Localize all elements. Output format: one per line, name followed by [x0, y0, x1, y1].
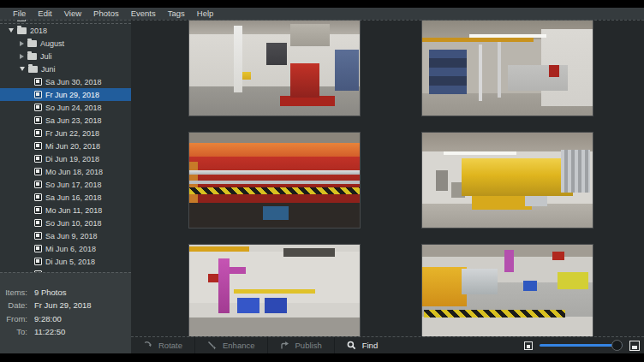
folder-icon [27, 53, 37, 60]
tree-label: Juni [41, 65, 56, 74]
zoom-slider-handle[interactable] [611, 340, 623, 351]
sidebar-item-year-2018[interactable]: 2018 [0, 24, 131, 37]
info-label: Date: [0, 299, 27, 312]
expander-expanded-icon[interactable] [20, 67, 25, 71]
photo-manager-window: File Edit View Photos Events Tags Help A… [0, 0, 644, 362]
sidebar-item-event-jun-19[interactable]: Di Jun 19, 2018 [0, 152, 131, 165]
tree-label: August [40, 39, 64, 48]
tree-label: Mo Jun 18, 2018 [45, 168, 103, 176]
tree-label: So Jun 24, 2018 [45, 104, 102, 112]
zoom-slider[interactable] [540, 344, 623, 347]
sidebar-item-event-jun-22[interactable]: Fr Jun 22, 2018 [0, 127, 131, 139]
info-row-from: From: 9:28:00 [0, 312, 131, 325]
photo-grid [131, 20, 644, 336]
sidebar-item-event-jun-6[interactable]: Mi Jun 6, 2018 [0, 242, 131, 255]
photo-thumbnail[interactable] [189, 133, 360, 228]
tree-label: Fr Jun 22, 2018 [45, 129, 99, 138]
info-label: To: [0, 325, 27, 338]
tree-label: Juli [40, 52, 52, 61]
sidebar-item-event-jun-20[interactable]: Mi Jun 20, 2018 [0, 139, 131, 152]
tree-label: Di Jun 5, 2018 [45, 258, 95, 266]
sidebar-item-month-juli[interactable]: Juli [0, 50, 131, 62]
info-row-to: To: 11:22:50 [0, 325, 131, 338]
sidebar-item-event-jun-30[interactable]: Sa Jun 30, 2018 [0, 75, 131, 88]
tree-label: Mi Jun 6, 2018 [45, 245, 96, 253]
menu-events[interactable]: Events [125, 8, 162, 20]
photo-thumbnail[interactable] [422, 21, 593, 116]
thumbnail-zoom-control [524, 341, 644, 351]
enhance-button[interactable]: Enhance [194, 337, 267, 353]
photo-thumbnail[interactable] [189, 245, 360, 336]
sidebar-item-event-jun-11[interactable]: Mo Jun 11, 2018 [0, 204, 131, 217]
bottom-toolbar: Rotate Enhance Publish Find [131, 336, 644, 353]
event-photo-icon [34, 168, 42, 175]
sidebar-item-month-august[interactable]: August [0, 37, 131, 50]
folder-icon [27, 40, 37, 47]
menu-bar: File Edit View Photos Events Tags Help [0, 8, 644, 20]
tree-label: Di Jun 19, 2018 [45, 155, 99, 163]
event-photo-icon [34, 142, 42, 150]
event-photo-icon [34, 219, 42, 227]
tree-label: Sa Jun 9, 2018 [45, 232, 98, 240]
event-photo-icon [34, 245, 42, 252]
sidebar-item-event-jun-5[interactable]: Di Jun 5, 2018 [0, 255, 131, 268]
find-button[interactable]: Find [334, 337, 390, 353]
sidebar-item-event-jun-17[interactable]: So Jun 17, 2018 [0, 178, 131, 191]
rotate-button[interactable]: Rotate [131, 337, 194, 353]
tree-label: Fr Jun 29, 2018 [45, 91, 99, 99]
event-photo-icon [34, 91, 42, 98]
info-value: 9:28:00 [34, 312, 62, 325]
publish-button[interactable]: Publish [267, 337, 334, 353]
photo-thumbnail[interactable] [422, 133, 593, 228]
menu-file[interactable]: File [7, 8, 32, 20]
tree-label: Sa Jun 30, 2018 [45, 78, 102, 86]
menu-edit[interactable]: Edit [32, 8, 57, 20]
tree-label: Sa Jun 23, 2018 [45, 116, 102, 125]
search-icon [347, 341, 356, 350]
info-label: From: [0, 312, 27, 325]
menu-help[interactable]: Help [191, 8, 220, 20]
event-photo-icon [34, 116, 42, 124]
menu-tags[interactable]: Tags [162, 8, 191, 20]
enhance-wand-icon [207, 341, 217, 350]
tree-label: Mo Jun 11, 2018 [45, 206, 102, 215]
find-label: Find [362, 337, 378, 354]
tree-label: 2018 [30, 27, 47, 35]
photo-thumbnail[interactable] [189, 21, 360, 116]
tree-label: So Jun 17, 2018 [45, 181, 102, 189]
tree-label: Mi Jun 20, 2018 [45, 142, 100, 151]
event-photo-icon [34, 104, 42, 111]
zoom-large-icon[interactable] [629, 341, 640, 351]
menu-view[interactable]: View [58, 8, 87, 20]
info-row-items: Items: 9 Photos [0, 286, 131, 299]
sidebar-item-event-jun-24[interactable]: So Jun 24, 2018 [0, 101, 131, 114]
info-label: Items: [0, 286, 27, 299]
publish-label: Publish [295, 337, 322, 354]
rotate-icon [143, 341, 152, 350]
event-photo-icon [34, 78, 42, 86]
pane-top-dashed-divider [0, 20, 644, 21]
info-row-date: Date: Fr Jun 29, 2018 [0, 299, 131, 312]
sidebar-item-event-jun-23[interactable]: Sa Jun 23, 2018 [0, 114, 131, 127]
info-value: Fr Jun 29, 2018 [34, 299, 92, 312]
zoom-small-icon[interactable] [524, 341, 533, 350]
photo-thumbnail[interactable] [422, 245, 593, 336]
sidebar-item-event-jun-9[interactable]: Sa Jun 9, 2018 [0, 229, 131, 242]
rotate-label: Rotate [158, 337, 182, 354]
sidebar-item-event-jun-10[interactable]: So Jun 10, 2018 [0, 217, 131, 229]
sidebar-event-tree: All Events 2018 August Juli Juni Sa Jun … [0, 20, 131, 272]
expander-expanded-icon[interactable] [9, 28, 14, 33]
sidebar-item-event-jun-18[interactable]: Mo Jun 18, 2018 [0, 165, 131, 178]
sidebar-item-event-jun-29-selected[interactable]: Fr Jun 29, 2018 [0, 88, 131, 101]
sidebar-item-month-juni[interactable]: Juni [0, 62, 131, 75]
tree-label: Sa Jun 16, 2018 [45, 193, 102, 202]
folder-icon [17, 27, 27, 34]
event-photo-icon [34, 129, 42, 137]
sidebar-item-event-jun-16[interactable]: Sa Jun 16, 2018 [0, 191, 131, 204]
menu-photos[interactable]: Photos [87, 8, 125, 20]
expander-collapsed-icon[interactable] [20, 41, 24, 46]
event-photo-icon [34, 232, 42, 240]
event-photo-icon [34, 181, 42, 188]
expander-collapsed-icon[interactable] [20, 54, 24, 59]
tree-label: So Jun 10, 2018 [45, 219, 102, 228]
